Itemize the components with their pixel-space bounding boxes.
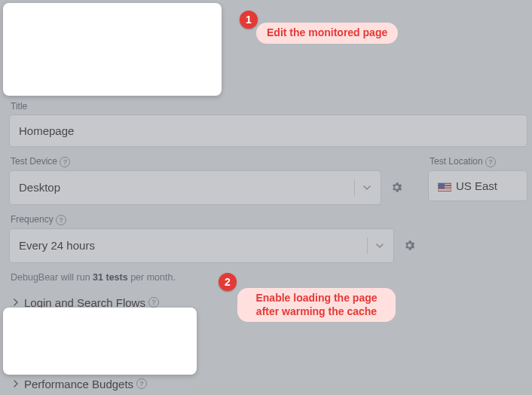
location-select[interactable]: US East (428, 170, 527, 201)
help-icon[interactable]: ? (148, 297, 159, 308)
helper-text: DebugBear will run 31 tests per month. (11, 272, 527, 283)
section-performance-budgets[interactable]: Performance Budgets ? (9, 373, 527, 395)
help-icon[interactable]: ? (60, 157, 70, 167)
device-select[interactable]: Desktop (9, 170, 381, 205)
help-icon[interactable]: ? (136, 378, 147, 389)
annotation-1: 1 (240, 11, 258, 29)
frequency-label: Frequency ? (11, 214, 420, 225)
annotation-number: 1 (240, 11, 258, 29)
annotation-2: 2 (219, 273, 237, 291)
gear-icon (403, 239, 416, 252)
annotation-label: Enable loading the page after warming th… (237, 288, 396, 322)
chevron-down-icon (375, 241, 384, 250)
help-icon[interactable]: ? (485, 157, 496, 167)
us-flag-icon (438, 182, 451, 191)
device-label: Test Device ? (11, 156, 407, 167)
chevron-down-icon (362, 183, 371, 192)
annotation-number: 2 (219, 273, 237, 291)
chevron-right-icon (12, 299, 20, 306)
help-icon[interactable]: ? (56, 215, 66, 225)
location-label: Test Location ? (430, 156, 527, 167)
gear-icon (390, 181, 403, 194)
annotation-label: Edit the monitored page (256, 23, 398, 44)
title-input[interactable] (9, 115, 527, 147)
frequency-select[interactable]: Every 24 hours (9, 228, 394, 263)
chevron-right-icon (12, 380, 20, 387)
device-settings-button[interactable] (386, 170, 407, 205)
frequency-settings-button[interactable] (399, 228, 420, 263)
title-label: Title (11, 101, 527, 112)
